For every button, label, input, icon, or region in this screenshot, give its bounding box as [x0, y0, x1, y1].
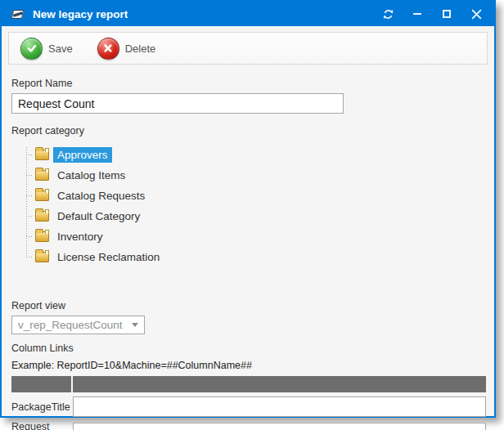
request-count-link-input[interactable]: [73, 423, 486, 430]
minimize-icon: [413, 13, 421, 15]
folder-icon: [35, 252, 49, 262]
green-check-sphere-icon: [20, 38, 43, 60]
report-name-label: Report Name: [11, 78, 484, 89]
report-category-label: Report category: [11, 125, 484, 137]
maximize-button[interactable]: [440, 7, 453, 20]
save-label: Save: [48, 43, 73, 55]
table-row-request-count: Request Count: [11, 421, 486, 430]
close-icon: [471, 9, 482, 20]
row-label: PackageTitle: [11, 401, 73, 413]
toolbar: Save Delete: [8, 32, 488, 65]
folder-icon: [35, 231, 49, 242]
close-button[interactable]: [470, 7, 483, 20]
report-view-dropdown[interactable]: v_rep_RequestCount: [11, 316, 145, 334]
red-x-sphere-icon: [97, 38, 119, 60]
table-row-packagetitle: PackageTitle: [11, 396, 486, 417]
folder-icon: [35, 150, 49, 160]
tree-item-catalog-items[interactable]: Catalog Items: [26, 165, 484, 186]
header-cell-link: [73, 376, 486, 392]
minimize-button[interactable]: [411, 7, 424, 20]
folder-icon: [35, 211, 49, 222]
row-label: Request Count: [11, 421, 73, 430]
packagetitle-link-input[interactable]: [73, 396, 486, 417]
header-cell-name: [11, 376, 71, 392]
maximize-icon: [443, 10, 451, 18]
report-name-input[interactable]: [11, 93, 344, 114]
refresh-button[interactable]: [381, 7, 394, 20]
save-button[interactable]: Save: [14, 36, 79, 61]
tree-item-inventory[interactable]: Inventory: [26, 226, 484, 247]
column-links-label: Column Links: [11, 343, 484, 354]
note-pencil-icon: [11, 8, 25, 20]
tree-item-license-reclamation[interactable]: License Reclamation: [26, 247, 484, 267]
delete-button[interactable]: Delete: [91, 36, 163, 61]
column-links-table: PackageTitle Request Count: [11, 376, 486, 430]
report-category-tree: Approvers Catalog Items Catalog Requests…: [26, 145, 484, 267]
tree-item-default-category[interactable]: Default Category: [26, 206, 484, 226]
column-links-table-header: [11, 376, 486, 392]
refresh-icon: [382, 8, 394, 20]
column-links-example: Example: ReportID=10&Machine=##ColumnNam…: [11, 360, 484, 371]
title-bar[interactable]: New legacy report: [2, 2, 494, 26]
window-title: New legacy report: [33, 8, 381, 20]
folder-icon: [35, 190, 49, 201]
dialog-window: New legacy report: [0, 0, 496, 418]
folder-icon: [35, 170, 49, 181]
tree-item-catalog-requests[interactable]: Catalog Requests: [26, 186, 484, 206]
dropdown-arrow-icon: [132, 323, 138, 327]
report-view-label: Report view: [11, 300, 484, 311]
report-view-value: v_rep_RequestCount: [18, 319, 123, 331]
delete-label: Delete: [125, 43, 156, 55]
tree-item-approvers[interactable]: Approvers: [26, 145, 484, 165]
